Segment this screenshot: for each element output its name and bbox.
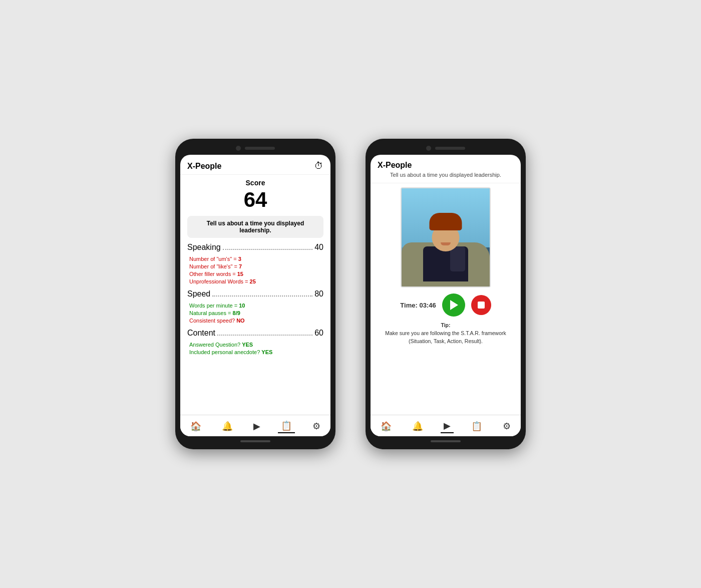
speaker-bar-right bbox=[435, 147, 465, 150]
speaking-item-4: Unprofessional Words = 25 bbox=[187, 278, 323, 284]
app-title-right: X-People bbox=[378, 161, 514, 170]
record-question: Tell us about a time you displayed leade… bbox=[378, 172, 514, 181]
content-item-2: Included personal anecdote? YES bbox=[187, 349, 323, 355]
play-button[interactable] bbox=[442, 293, 465, 317]
camera-dot-right bbox=[426, 146, 431, 151]
speed-title: Speed bbox=[187, 289, 210, 299]
right-phone: X-People Tell us about a time you displa… bbox=[366, 139, 526, 449]
nav-bell-right[interactable]: 🔔 bbox=[409, 420, 426, 433]
nav-play-left[interactable]: ▶ bbox=[250, 420, 263, 433]
tip-section: Tip: Make sure you are following the S.T… bbox=[375, 322, 517, 345]
speed-item-3: Consistent speed? NO bbox=[187, 318, 323, 324]
speaking-dots bbox=[223, 249, 312, 250]
content-score: 60 bbox=[314, 329, 323, 338]
score-content: Score 64 Tell us about a time you displa… bbox=[180, 175, 330, 415]
record-header: X-People Tell us about a time you displa… bbox=[371, 155, 521, 183]
score-label: Score bbox=[187, 179, 323, 187]
timer-controls: Time: 03:46 bbox=[400, 293, 491, 317]
nav-play-right[interactable]: ▶ bbox=[441, 419, 454, 433]
speed-item-1: Words per minute = 10 bbox=[187, 303, 323, 309]
tip-text: Make sure you are following the S.T.A.R.… bbox=[385, 330, 506, 344]
nav-profile-right[interactable]: 📋 bbox=[468, 420, 485, 433]
home-indicator-right bbox=[431, 440, 461, 442]
speaking-section: Speaking 40 Number of "um's" = 3 Number … bbox=[187, 243, 323, 284]
home-indicator-left bbox=[240, 440, 270, 442]
speaking-score: 40 bbox=[314, 243, 323, 252]
score-value: 64 bbox=[187, 188, 323, 212]
stop-button[interactable] bbox=[471, 295, 491, 315]
time-value: 03:46 bbox=[419, 302, 436, 309]
speaking-item-1: Number of "um's" = 3 bbox=[187, 256, 323, 262]
content-section: Content 60 Answered Question? YES Includ… bbox=[187, 329, 323, 355]
left-nav-bar: 🏠 🔔 ▶ 📋 ⚙ bbox=[180, 415, 330, 436]
content-item-1: Answered Question? YES bbox=[187, 342, 323, 348]
record-content: Time: 03:46 Tip: Make sure you are follo… bbox=[371, 183, 521, 415]
tip-label: Tip: bbox=[441, 322, 450, 328]
speaking-title: Speaking bbox=[187, 243, 221, 252]
nav-settings-right[interactable]: ⚙ bbox=[500, 420, 514, 433]
speaking-item-2: Number of "like's" = 7 bbox=[187, 263, 323, 269]
nav-profile-left[interactable]: 📋 bbox=[278, 419, 295, 433]
nav-settings-left[interactable]: ⚙ bbox=[309, 420, 323, 433]
content-title: Content bbox=[187, 329, 215, 338]
left-screen: X-People ⏱ Score 64 Tell us about a time… bbox=[180, 155, 330, 436]
speed-item-2: Natural pauses = 8/9 bbox=[187, 310, 323, 316]
left-phone: X-People ⏱ Score 64 Tell us about a time… bbox=[175, 139, 335, 449]
score-header: X-People ⏱ bbox=[180, 155, 330, 175]
speed-score: 80 bbox=[314, 289, 323, 299]
right-screen: X-People Tell us about a time you displa… bbox=[371, 155, 521, 436]
content-dots bbox=[217, 335, 312, 336]
app-title-left: X-People bbox=[187, 162, 221, 171]
nav-bell-left[interactable]: 🔔 bbox=[219, 420, 236, 433]
time-label: Time: 03:46 bbox=[400, 302, 436, 309]
speed-section: Speed 80 Words per minute = 10 Natural p… bbox=[187, 289, 323, 324]
timer-icon[interactable]: ⏱ bbox=[314, 161, 323, 171]
nav-home-right[interactable]: 🏠 bbox=[378, 420, 395, 433]
right-nav-bar: 🏠 🔔 ▶ 📋 ⚙ bbox=[371, 415, 521, 436]
speed-dots bbox=[212, 296, 312, 297]
camera-dot bbox=[236, 146, 241, 151]
question-box: Tell us about a time you displayed leade… bbox=[187, 216, 323, 238]
user-photo bbox=[401, 187, 491, 287]
speaker-bar bbox=[245, 147, 275, 150]
speaking-item-3: Other filler words = 15 bbox=[187, 271, 323, 277]
nav-home-left[interactable]: 🏠 bbox=[187, 420, 204, 433]
